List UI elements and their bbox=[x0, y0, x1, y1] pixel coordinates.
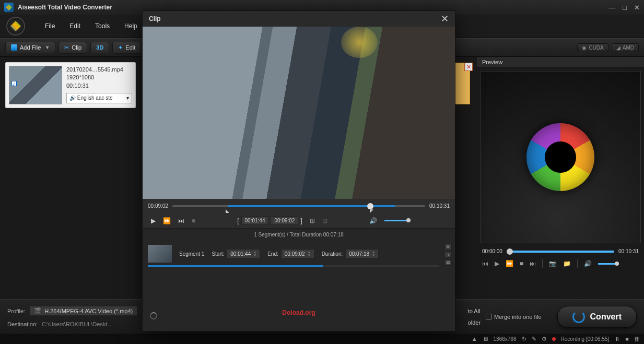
file-checkbox[interactable] bbox=[11, 81, 17, 86]
clip-label: Clip bbox=[72, 44, 81, 51]
tray-resolution: 1366x768 bbox=[494, 336, 517, 342]
clip-dialog-close-button[interactable]: ✕ bbox=[441, 13, 449, 25]
profile-dropdown[interactable]: 🎬H.264/MPEG-4 AVC Video (*.mp4) bbox=[29, 306, 137, 316]
menu-edit[interactable]: Edit bbox=[69, 22, 80, 30]
queued-item-remove[interactable]: ✕ bbox=[464, 63, 473, 71]
minimize-button[interactable]: — bbox=[608, 4, 615, 11]
menu-tools[interactable]: Tools bbox=[95, 22, 110, 30]
clip-button[interactable]: Clip bbox=[58, 42, 87, 54]
close-button[interactable]: ✕ bbox=[634, 4, 640, 11]
clip-time-total: 00:10:31 bbox=[429, 203, 450, 209]
clip-dialog: Clip ✕ 00:09:02 ◣ ◤ 00:10:31 ▶ ⏩ ⏭ ■ [ 0… bbox=[142, 10, 455, 331]
segment-end-label: End: bbox=[267, 251, 278, 257]
tray-expand-icon[interactable]: ▲ bbox=[472, 336, 477, 342]
edit-label: Edit bbox=[125, 44, 135, 51]
destination-label: Destination: bbox=[7, 321, 38, 327]
add-file-button[interactable]: Add File▼ bbox=[5, 42, 55, 53]
segment-duration-spinner[interactable]: 00:07:18 ▲▼ bbox=[345, 249, 379, 258]
bracket-end-time: 00:09:02 bbox=[271, 216, 298, 225]
tray-screen-icon[interactable]: 🖥 bbox=[483, 336, 488, 342]
segment-duration-label: Duration: bbox=[322, 251, 343, 257]
file-resolution: 1920*1080 bbox=[66, 74, 132, 81]
preview-panel: Preview 00:00:00 00:10:31 ⏮ ▶ ⏩ ■ ⏭ 📷 📁 … bbox=[477, 57, 644, 300]
add-file-label: Add File bbox=[20, 44, 41, 51]
segment-start-label: Start: bbox=[212, 251, 224, 257]
segment-copy-button[interactable]: ⧉ bbox=[444, 259, 452, 266]
clip-video-preview bbox=[143, 27, 455, 199]
maximize-button[interactable]: □ bbox=[623, 4, 627, 11]
set-start-bracket-button[interactable]: [ bbox=[237, 217, 239, 224]
segment-name: Segment 1 bbox=[179, 251, 204, 257]
edit-button[interactable]: ✦Edit bbox=[112, 42, 141, 54]
tray-stop-icon[interactable]: ■ bbox=[625, 336, 629, 342]
clip-step-button[interactable]: ⏭ bbox=[178, 217, 184, 224]
merge-clip-button[interactable]: ⊟ bbox=[322, 217, 327, 224]
play-button[interactable]: ▶ bbox=[495, 260, 499, 267]
menu-file[interactable]: File bbox=[45, 22, 55, 30]
tray-delete-icon[interactable]: 🗑 bbox=[634, 336, 640, 342]
clip-volume-slider[interactable] bbox=[384, 220, 411, 221]
preview-time-start: 00:00:00 bbox=[482, 248, 502, 254]
volume-icon[interactable]: 🔊 bbox=[584, 260, 592, 267]
tray-recording-text: Recording [00:06:55] bbox=[561, 336, 610, 342]
preview-viewport bbox=[480, 71, 641, 243]
tray-pause-icon[interactable]: ⏸ bbox=[614, 336, 620, 342]
segment-end-spinner[interactable]: 00:09:02 ▲▼ bbox=[281, 249, 314, 258]
audio-track-dropdown[interactable]: 🔊 English aac ste▾ bbox=[66, 93, 132, 103]
app-logo-icon bbox=[4, 3, 14, 12]
apply-to-all-button[interactable]: to All bbox=[468, 308, 481, 314]
segment-thumbnail bbox=[148, 245, 172, 263]
clip-timeline[interactable]: ◣ ◤ bbox=[172, 205, 425, 207]
amd-badge[interactable]: ◢ AMD bbox=[612, 43, 639, 52]
clip-volume-icon[interactable]: 🔊 bbox=[369, 217, 377, 224]
set-end-bracket-button[interactable]: ] bbox=[300, 217, 302, 224]
tray-refresh-icon[interactable]: ↻ bbox=[522, 336, 526, 342]
aperture-logo-icon bbox=[526, 123, 594, 191]
file-list: 20170204…5545.mp4 1920*1080 00:10:31 🔊 E… bbox=[0, 57, 141, 300]
tray-settings-icon[interactable]: ⚙ bbox=[542, 336, 547, 342]
segment-row[interactable]: Segment 1 Start: 00:01:44 ▲▼ End: 00:09:… bbox=[143, 241, 455, 267]
snapshot-button[interactable]: 📷 bbox=[549, 260, 557, 267]
system-tray: ▲ 🖥 1366x768 ↻ ✎ ⚙ Recording [00:06:55] … bbox=[0, 334, 644, 344]
prev-button[interactable]: ⏮ bbox=[482, 260, 488, 267]
merge-checkbox[interactable]: Merge into one file bbox=[486, 314, 542, 320]
tray-edit-icon[interactable]: ✎ bbox=[532, 336, 536, 342]
brand-logo-icon bbox=[6, 17, 25, 35]
stop-button[interactable]: ■ bbox=[520, 260, 523, 267]
menu-help[interactable]: Help bbox=[124, 22, 137, 30]
app-title: Aiseesoft Total Video Converter bbox=[18, 4, 112, 11]
threed-label: 3D bbox=[96, 44, 103, 51]
profile-label: Profile: bbox=[7, 308, 25, 314]
segments-summary: 1 Segment(s) / Total Duration 00:07:18 bbox=[143, 228, 455, 241]
segment-add-button[interactable]: ＋ bbox=[444, 252, 452, 258]
clip-play-button[interactable]: ▶ bbox=[151, 217, 156, 224]
open-folder-button[interactable]: 📁 bbox=[563, 260, 571, 267]
cuda-badge[interactable]: ◉ CUDA bbox=[577, 43, 608, 52]
volume-slider[interactable] bbox=[598, 263, 619, 265]
convert-button[interactable]: Convert bbox=[557, 306, 637, 328]
file-item[interactable]: 20170204…5545.mp4 1920*1080 00:10:31 🔊 E… bbox=[5, 62, 136, 108]
segment-remove-button[interactable]: ✕ bbox=[444, 244, 452, 250]
preview-seek-slider[interactable] bbox=[507, 251, 614, 253]
clip-end-marker-icon[interactable]: ◤ bbox=[370, 208, 373, 213]
preview-time-end: 00:10:31 bbox=[618, 248, 639, 254]
clip-stop-button[interactable]: ■ bbox=[192, 217, 195, 224]
watermark-text: Doload.org bbox=[282, 309, 315, 316]
clip-ff-button[interactable]: ⏩ bbox=[163, 217, 171, 224]
open-output-folder-button[interactable]: older bbox=[468, 319, 481, 326]
file-duration: 00:10:31 bbox=[66, 82, 132, 90]
recording-indicator-icon bbox=[552, 337, 556, 341]
file-thumbnail bbox=[9, 66, 62, 104]
destination-path: C:\Users\ROKIBUL\Deskt… bbox=[42, 321, 113, 327]
bracket-start-time: 00:01:44 bbox=[241, 216, 269, 225]
next-button[interactable]: ⏭ bbox=[530, 260, 536, 267]
file-name: 20170204…5545.mp4 bbox=[66, 66, 132, 74]
clip-start-marker-icon[interactable]: ◣ bbox=[226, 208, 229, 213]
split-button[interactable]: ⊞ bbox=[310, 217, 315, 224]
threed-button[interactable]: 3D bbox=[90, 42, 109, 53]
segment-start-spinner[interactable]: 00:01:44 ▲▼ bbox=[227, 249, 260, 258]
preview-header: Preview bbox=[477, 57, 644, 68]
busy-spinner-icon bbox=[150, 312, 157, 319]
fast-forward-button[interactable]: ⏩ bbox=[506, 260, 513, 267]
clip-time-current: 00:09:02 bbox=[148, 203, 168, 209]
